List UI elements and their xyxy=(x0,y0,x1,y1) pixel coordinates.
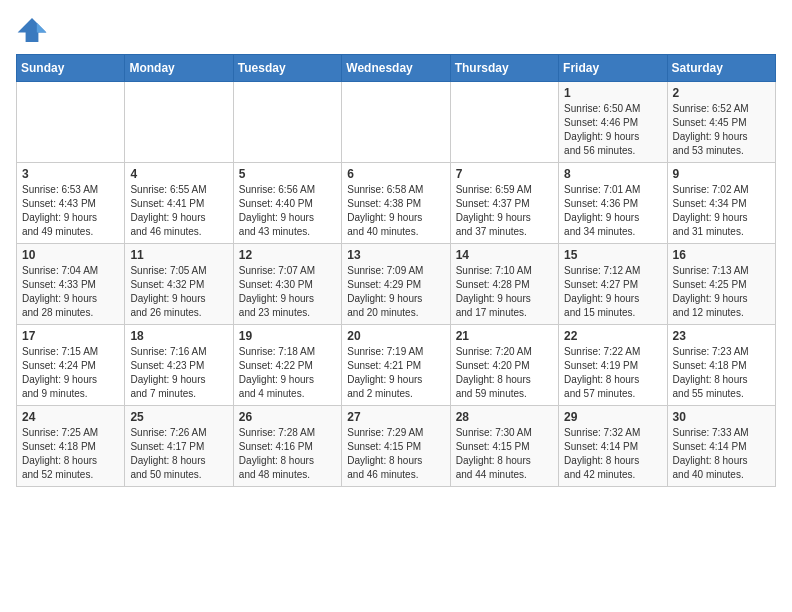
day-number: 27 xyxy=(347,410,444,424)
week-row-5: 24Sunrise: 7:25 AM Sunset: 4:18 PM Dayli… xyxy=(17,406,776,487)
day-number: 29 xyxy=(564,410,661,424)
day-info: Sunrise: 7:16 AM Sunset: 4:23 PM Dayligh… xyxy=(130,345,227,401)
calendar-cell: 15Sunrise: 7:12 AM Sunset: 4:27 PM Dayli… xyxy=(559,244,667,325)
day-number: 17 xyxy=(22,329,119,343)
day-number: 12 xyxy=(239,248,336,262)
header-thursday: Thursday xyxy=(450,55,558,82)
day-info: Sunrise: 7:09 AM Sunset: 4:29 PM Dayligh… xyxy=(347,264,444,320)
day-number: 4 xyxy=(130,167,227,181)
day-info: Sunrise: 7:28 AM Sunset: 4:16 PM Dayligh… xyxy=(239,426,336,482)
day-info: Sunrise: 7:30 AM Sunset: 4:15 PM Dayligh… xyxy=(456,426,553,482)
day-number: 23 xyxy=(673,329,770,343)
day-number: 16 xyxy=(673,248,770,262)
day-info: Sunrise: 7:19 AM Sunset: 4:21 PM Dayligh… xyxy=(347,345,444,401)
calendar-header: SundayMondayTuesdayWednesdayThursdayFrid… xyxy=(17,55,776,82)
calendar-cell: 30Sunrise: 7:33 AM Sunset: 4:14 PM Dayli… xyxy=(667,406,775,487)
calendar-cell: 9Sunrise: 7:02 AM Sunset: 4:34 PM Daylig… xyxy=(667,163,775,244)
day-info: Sunrise: 7:29 AM Sunset: 4:15 PM Dayligh… xyxy=(347,426,444,482)
calendar-cell: 20Sunrise: 7:19 AM Sunset: 4:21 PM Dayli… xyxy=(342,325,450,406)
day-number: 30 xyxy=(673,410,770,424)
calendar-cell: 23Sunrise: 7:23 AM Sunset: 4:18 PM Dayli… xyxy=(667,325,775,406)
day-number: 8 xyxy=(564,167,661,181)
day-info: Sunrise: 7:23 AM Sunset: 4:18 PM Dayligh… xyxy=(673,345,770,401)
logo xyxy=(16,16,52,44)
day-number: 20 xyxy=(347,329,444,343)
day-number: 6 xyxy=(347,167,444,181)
day-info: Sunrise: 7:22 AM Sunset: 4:19 PM Dayligh… xyxy=(564,345,661,401)
day-number: 24 xyxy=(22,410,119,424)
day-number: 2 xyxy=(673,86,770,100)
calendar-cell: 6Sunrise: 6:58 AM Sunset: 4:38 PM Daylig… xyxy=(342,163,450,244)
week-row-2: 3Sunrise: 6:53 AM Sunset: 4:43 PM Daylig… xyxy=(17,163,776,244)
day-info: Sunrise: 7:05 AM Sunset: 4:32 PM Dayligh… xyxy=(130,264,227,320)
calendar-cell: 1Sunrise: 6:50 AM Sunset: 4:46 PM Daylig… xyxy=(559,82,667,163)
week-row-1: 1Sunrise: 6:50 AM Sunset: 4:46 PM Daylig… xyxy=(17,82,776,163)
day-info: Sunrise: 7:13 AM Sunset: 4:25 PM Dayligh… xyxy=(673,264,770,320)
day-number: 26 xyxy=(239,410,336,424)
day-info: Sunrise: 6:56 AM Sunset: 4:40 PM Dayligh… xyxy=(239,183,336,239)
calendar-cell: 29Sunrise: 7:32 AM Sunset: 4:14 PM Dayli… xyxy=(559,406,667,487)
day-info: Sunrise: 7:07 AM Sunset: 4:30 PM Dayligh… xyxy=(239,264,336,320)
day-info: Sunrise: 7:02 AM Sunset: 4:34 PM Dayligh… xyxy=(673,183,770,239)
day-info: Sunrise: 7:01 AM Sunset: 4:36 PM Dayligh… xyxy=(564,183,661,239)
day-number: 14 xyxy=(456,248,553,262)
calendar-cell: 4Sunrise: 6:55 AM Sunset: 4:41 PM Daylig… xyxy=(125,163,233,244)
week-row-3: 10Sunrise: 7:04 AM Sunset: 4:33 PM Dayli… xyxy=(17,244,776,325)
day-info: Sunrise: 7:33 AM Sunset: 4:14 PM Dayligh… xyxy=(673,426,770,482)
header-sunday: Sunday xyxy=(17,55,125,82)
header-tuesday: Tuesday xyxy=(233,55,341,82)
day-info: Sunrise: 7:26 AM Sunset: 4:17 PM Dayligh… xyxy=(130,426,227,482)
calendar-cell: 18Sunrise: 7:16 AM Sunset: 4:23 PM Dayli… xyxy=(125,325,233,406)
day-number: 22 xyxy=(564,329,661,343)
day-number: 21 xyxy=(456,329,553,343)
calendar-cell: 28Sunrise: 7:30 AM Sunset: 4:15 PM Dayli… xyxy=(450,406,558,487)
calendar-body: 1Sunrise: 6:50 AM Sunset: 4:46 PM Daylig… xyxy=(17,82,776,487)
calendar-table: SundayMondayTuesdayWednesdayThursdayFrid… xyxy=(16,54,776,487)
day-number: 11 xyxy=(130,248,227,262)
page-header xyxy=(16,16,776,44)
day-info: Sunrise: 7:15 AM Sunset: 4:24 PM Dayligh… xyxy=(22,345,119,401)
calendar-cell: 10Sunrise: 7:04 AM Sunset: 4:33 PM Dayli… xyxy=(17,244,125,325)
day-number: 5 xyxy=(239,167,336,181)
calendar-cell: 21Sunrise: 7:20 AM Sunset: 4:20 PM Dayli… xyxy=(450,325,558,406)
day-info: Sunrise: 7:12 AM Sunset: 4:27 PM Dayligh… xyxy=(564,264,661,320)
calendar-cell: 11Sunrise: 7:05 AM Sunset: 4:32 PM Dayli… xyxy=(125,244,233,325)
day-info: Sunrise: 6:58 AM Sunset: 4:38 PM Dayligh… xyxy=(347,183,444,239)
calendar-cell: 8Sunrise: 7:01 AM Sunset: 4:36 PM Daylig… xyxy=(559,163,667,244)
calendar-cell: 3Sunrise: 6:53 AM Sunset: 4:43 PM Daylig… xyxy=(17,163,125,244)
day-number: 7 xyxy=(456,167,553,181)
day-info: Sunrise: 7:25 AM Sunset: 4:18 PM Dayligh… xyxy=(22,426,119,482)
day-number: 10 xyxy=(22,248,119,262)
calendar-cell: 19Sunrise: 7:18 AM Sunset: 4:22 PM Dayli… xyxy=(233,325,341,406)
header-saturday: Saturday xyxy=(667,55,775,82)
day-number: 13 xyxy=(347,248,444,262)
calendar-cell: 13Sunrise: 7:09 AM Sunset: 4:29 PM Dayli… xyxy=(342,244,450,325)
day-number: 28 xyxy=(456,410,553,424)
day-info: Sunrise: 6:53 AM Sunset: 4:43 PM Dayligh… xyxy=(22,183,119,239)
calendar-cell: 2Sunrise: 6:52 AM Sunset: 4:45 PM Daylig… xyxy=(667,82,775,163)
day-number: 3 xyxy=(22,167,119,181)
calendar-cell: 25Sunrise: 7:26 AM Sunset: 4:17 PM Dayli… xyxy=(125,406,233,487)
calendar-cell: 5Sunrise: 6:56 AM Sunset: 4:40 PM Daylig… xyxy=(233,163,341,244)
day-info: Sunrise: 7:20 AM Sunset: 4:20 PM Dayligh… xyxy=(456,345,553,401)
calendar-cell: 16Sunrise: 7:13 AM Sunset: 4:25 PM Dayli… xyxy=(667,244,775,325)
day-info: Sunrise: 7:04 AM Sunset: 4:33 PM Dayligh… xyxy=(22,264,119,320)
day-info: Sunrise: 7:18 AM Sunset: 4:22 PM Dayligh… xyxy=(239,345,336,401)
calendar-cell xyxy=(450,82,558,163)
day-number: 9 xyxy=(673,167,770,181)
calendar-cell: 26Sunrise: 7:28 AM Sunset: 4:16 PM Dayli… xyxy=(233,406,341,487)
header-row: SundayMondayTuesdayWednesdayThursdayFrid… xyxy=(17,55,776,82)
day-info: Sunrise: 7:10 AM Sunset: 4:28 PM Dayligh… xyxy=(456,264,553,320)
header-friday: Friday xyxy=(559,55,667,82)
calendar-cell: 7Sunrise: 6:59 AM Sunset: 4:37 PM Daylig… xyxy=(450,163,558,244)
day-info: Sunrise: 7:32 AM Sunset: 4:14 PM Dayligh… xyxy=(564,426,661,482)
calendar-cell xyxy=(17,82,125,163)
day-number: 25 xyxy=(130,410,227,424)
header-monday: Monday xyxy=(125,55,233,82)
day-number: 18 xyxy=(130,329,227,343)
day-info: Sunrise: 6:50 AM Sunset: 4:46 PM Dayligh… xyxy=(564,102,661,158)
header-wednesday: Wednesday xyxy=(342,55,450,82)
day-number: 1 xyxy=(564,86,661,100)
day-info: Sunrise: 6:59 AM Sunset: 4:37 PM Dayligh… xyxy=(456,183,553,239)
calendar-cell xyxy=(342,82,450,163)
